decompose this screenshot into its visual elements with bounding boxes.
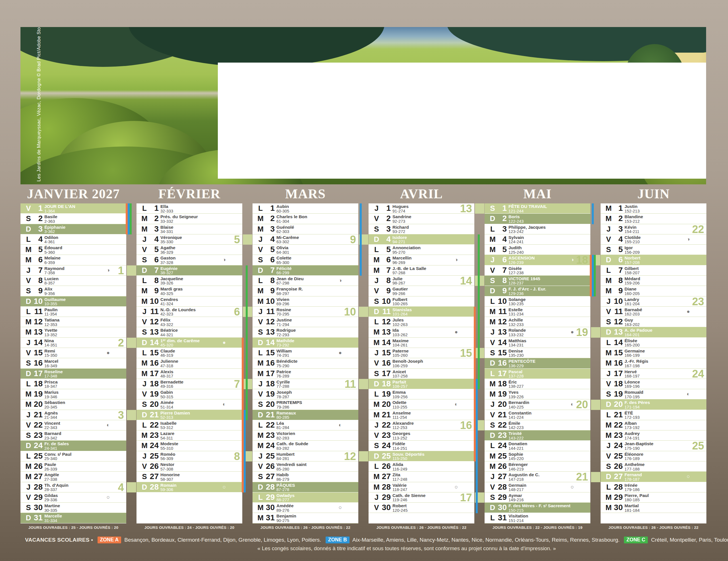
day-number: 27 (613, 472, 623, 481)
day-letter: L (139, 349, 150, 357)
day-letter: D (603, 472, 614, 481)
day-ordinal: 87-278 (276, 487, 289, 492)
day-letter: M (255, 431, 266, 440)
day-row: J7Raymond7-358◑1 (20, 265, 126, 275)
day-row: M16Julienne47-318 (137, 358, 242, 369)
day-ordinal: 110-255 (392, 405, 407, 409)
day-number: 16 (497, 359, 507, 368)
saint-name: Prés. du Seigneur (160, 214, 198, 219)
day-row: M10Vivien69-296 (253, 297, 358, 307)
day-ordinal: 50-315 (160, 395, 173, 399)
week-number: 15 (460, 347, 472, 359)
day-ordinal: 20-345 (44, 405, 57, 409)
saint-name: Lucien (44, 276, 59, 282)
saint-name: Achille (508, 318, 523, 323)
day-letter: M (371, 338, 382, 347)
saint-name: Rodrigue (276, 328, 296, 333)
day-number: 16 (613, 359, 623, 368)
saint-name: Pierre Damien (160, 411, 190, 416)
day-letter: M (23, 462, 34, 471)
day-letter: M (603, 359, 614, 368)
saint-name: Georges (392, 431, 410, 436)
day-number: 2 (33, 214, 43, 223)
day-number: 6 (265, 255, 275, 264)
day-number: 28 (497, 483, 507, 492)
saint-name: Alexis (160, 369, 173, 374)
day-number: 15 (33, 348, 43, 357)
saint-name: Victorien (276, 431, 295, 436)
day-number: 10 (149, 297, 159, 306)
day-row: J28Th. d'Aquin28-3374 (20, 482, 126, 492)
day-letter: L (487, 441, 498, 450)
saint-name: Habib (276, 472, 289, 477)
saint-name: Véronique (160, 235, 182, 240)
day-ordinal: 83-282 (276, 446, 289, 451)
day-ordinal: 130-235 (508, 302, 524, 306)
week-number: 19 (576, 326, 588, 339)
day-number: 17 (149, 369, 159, 378)
day-letter: D (23, 297, 34, 306)
day-letter: L (255, 349, 266, 357)
day-letter: J (23, 483, 34, 492)
saint-name: 1ᵉʳ dim. de Carême (160, 338, 200, 344)
day-row: L8Jean de Dieu67-298◑ (253, 275, 358, 286)
day-number: 16 (33, 359, 43, 368)
day-number: 2 (613, 214, 623, 223)
month-column: J1Hugues91-27413V2Sandrine92-273S3Richar… (369, 203, 474, 523)
day-ordinal: 95-270 (392, 250, 405, 254)
day-ordinal: 156-209 (624, 250, 640, 254)
saint-name: Cath. de Suède (276, 441, 308, 446)
day-letter: V (487, 266, 498, 275)
saint-name: Fernand (624, 472, 642, 477)
day-ordinal: 41-324 (160, 302, 173, 306)
day-row: L24Donatien144-221 (485, 441, 590, 451)
day-row: L28Irénée179-186 (601, 482, 706, 492)
day-row: D18Parfait108-257 (369, 379, 474, 389)
day-row: M2Prés. du Seigneur33-332 (137, 214, 242, 224)
moon-last-icon: ◑ (339, 277, 342, 284)
day-row: M19Yves139-226 (485, 389, 590, 400)
day-row: V19Joseph78-287 (253, 389, 358, 400)
day-row: S1FÊTE DU TRAVAIL121-244 (485, 203, 590, 214)
saint-name: Martine (44, 503, 60, 508)
moon-first-icon: ◐ (107, 422, 110, 428)
day-letter: J (371, 493, 382, 502)
saint-name: ÉTÉ (624, 411, 633, 416)
day-letter: M (139, 287, 150, 295)
day-number: 26 (497, 462, 507, 471)
week-gutter-band (127, 482, 136, 492)
day-ordinal: 22-343 (44, 425, 57, 430)
day-row: M9Françoise R.68-297 (253, 286, 358, 296)
saint-name: Bernardin (508, 400, 529, 405)
week-gutter-band (591, 400, 600, 410)
week-number: 13 (460, 202, 472, 215)
day-letter: D (371, 307, 382, 316)
day-number: 26 (613, 462, 623, 471)
saint-name: Guillaume (44, 297, 66, 302)
day-row: S3Richard93-272 (369, 224, 474, 234)
saint-name: PÂQUES (276, 483, 295, 488)
day-row: V4Clotilde155-210◑ (601, 234, 706, 245)
day-ordinal: 109-256 (392, 395, 408, 399)
moon-first-icon: ◐ (455, 401, 458, 407)
vacation-stripe-zone-a (474, 307, 476, 461)
day-row: S10Fulbert100-265 (369, 297, 474, 307)
day-row: M23Lazare54-311 (137, 430, 242, 441)
day-ordinal: 32-333 (160, 209, 173, 213)
day-letter: V (255, 390, 266, 399)
day-letter: S (487, 421, 498, 430)
day-ordinal: 105-260 (392, 353, 408, 358)
month-title: AVRIL (369, 185, 474, 202)
day-letter: D (255, 266, 266, 275)
day-number: 11 (613, 307, 623, 316)
day-ordinal: 155-210 (624, 239, 640, 244)
saint-name: Gabin (160, 390, 173, 395)
week-number: 23 (692, 296, 704, 308)
day-ordinal: 148-217 (508, 487, 524, 492)
saint-name: Nina (44, 338, 54, 344)
saint-name: Benjamin (276, 514, 296, 519)
day-ordinal: 122-243 (508, 219, 524, 223)
day-ordinal: 63-302 (276, 239, 289, 244)
day-letter: M (139, 359, 150, 368)
day-letter: M (603, 276, 614, 285)
